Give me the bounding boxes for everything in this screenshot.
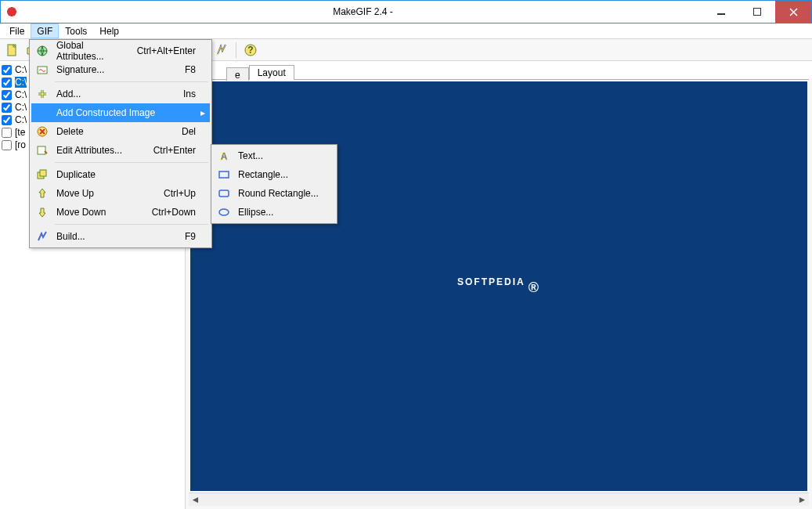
svg-rect-21 [40,170,46,176]
move-down-icon [34,206,50,218]
round-rect-icon [216,187,232,200]
registered-mark: ® [529,280,540,296]
svg-rect-19 [38,146,45,154]
duplicate-icon [34,168,50,181]
file-checkbox[interactable] [2,90,12,100]
file-checkbox[interactable] [2,115,12,125]
window-controls [703,1,811,23]
rectangle-icon [216,168,232,181]
menu-add-constructed-image[interactable]: Add Constructed Image ▸ [31,103,210,122]
build-icon [34,230,50,243]
file-checkbox[interactable] [2,103,12,113]
build-icon[interactable] [212,41,231,60]
toolbar-separator [236,42,236,58]
submenu-arrow-icon: ▸ [200,107,205,118]
svg-rect-1 [717,13,725,15]
file-checkbox[interactable] [2,128,12,138]
scroll-right-button[interactable]: ► [796,493,809,507]
submenu-round-rectangle[interactable]: Round Rectangle... [213,184,335,203]
svg-text:A: A [221,151,228,162]
menu-build[interactable]: Build... F9 [31,227,210,246]
svg-rect-2 [754,9,761,16]
app-icon [5,5,18,18]
minimize-button[interactable] [703,1,739,23]
menu-global-attributes[interactable]: Global Attributes... Ctrl+Alt+Enter [31,42,210,60]
right-panel: e Layout SOFTPEDIA® ◄ ► [186,62,812,509]
menu-signature[interactable]: Signature... F8 [31,60,210,79]
window-title: MakeGIF 2.4 - [23,6,703,17]
ellipse-icon [216,206,232,218]
menu-duplicate[interactable]: Duplicate [31,165,210,184]
preview-container: SOFTPEDIA® ◄ ► [189,79,809,506]
svg-rect-24 [219,190,229,197]
menu-move-down[interactable]: Move Down Ctrl+Down [31,203,210,222]
file-checkbox[interactable] [2,78,12,88]
submenu-ellipse[interactable]: Ellipse... [213,203,335,222]
globe-icon [34,45,50,57]
menu-help[interactable]: Help [93,23,125,38]
scroll-left-button[interactable]: ◄ [189,493,202,507]
menu-delete[interactable]: Delete Del [31,122,210,141]
add-constructed-submenu: A Text... Rectangle... Round Rectangle..… [211,144,337,224]
svg-text:?: ? [247,45,253,56]
tab-layout[interactable]: Layout [249,65,294,80]
submenu-text[interactable]: A Text... [213,146,335,165]
preview-canvas[interactable]: SOFTPEDIA® [190,81,807,491]
menu-tools[interactable]: Tools [59,23,93,38]
move-up-icon [34,187,50,200]
signature-icon [34,63,50,76]
horizontal-scrollbar[interactable]: ◄ ► [189,493,809,506]
menu-add[interactable]: Add... Ins [31,85,210,103]
svg-point-25 [219,209,229,215]
file-checkbox[interactable] [2,65,12,75]
menubar: File GIF Tools Help [0,23,812,39]
titlebar: MakeGIF 2.4 - [0,0,812,23]
maximize-button[interactable] [739,1,775,23]
menu-file[interactable]: File [3,23,31,38]
menu-gif[interactable]: GIF [31,23,59,38]
text-a-icon: A [216,150,232,162]
tab-hidden[interactable]: e [226,67,249,81]
delete-x-icon [34,125,50,138]
preview-brand-text: SOFTPEDIA® [457,276,540,296]
new-file-icon[interactable] [3,41,22,60]
menu-edit-attributes[interactable]: Edit Attributes... Ctrl+Enter [31,141,210,160]
edit-attr-icon [34,144,50,157]
submenu-rectangle[interactable]: Rectangle... [213,165,335,184]
svg-rect-23 [219,171,229,178]
brand-word: SOFTPEDIA [457,276,525,287]
menu-separator [55,162,208,163]
help-icon[interactable]: ? [241,41,260,60]
file-checkbox[interactable] [2,140,12,150]
tabstrip: e Layout [186,62,812,79]
add-icon [34,88,50,100]
menu-move-up[interactable]: Move Up Ctrl+Up [31,184,210,203]
menu-separator [55,224,208,225]
close-button[interactable] [775,1,811,23]
gif-menu-dropdown: Global Attributes... Ctrl+Alt+Enter Sign… [29,39,212,248]
menu-separator [55,81,208,82]
